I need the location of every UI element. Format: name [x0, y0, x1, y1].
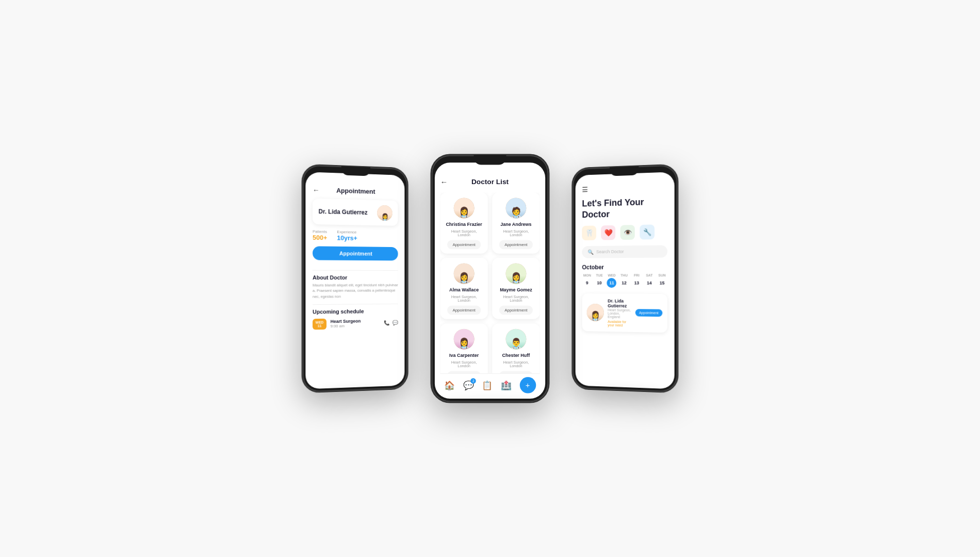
doctor-spec-1: Heart Surgeon, London [445, 229, 484, 237]
phone-screen-1: ← Appointment Dr. Lida Gutierrez 👩‍⚕️ Pa… [305, 172, 404, 389]
doctor-card: Dr. Lida Gutierrez 👩‍⚕️ [313, 199, 398, 226]
cal-day-mon[interactable]: MON 9 [582, 273, 592, 287]
medical-nav-icon[interactable]: 🏥 [501, 380, 512, 390]
doctor-name-3: Alma Wallace [449, 287, 479, 293]
appointment-button[interactable]: Appointment [313, 246, 398, 260]
about-title: About Doctor [313, 274, 398, 281]
featured-doctor-card: 👩‍⚕️ Dr. Lida Gutierrez Heart Surgeon, L… [582, 293, 667, 333]
calendar-week: MON 9 TUE 10 WED 11 THU 12 [582, 273, 667, 288]
phones-container: ← Appointment Dr. Lida Gutierrez 👩‍⚕️ Pa… [299, 160, 681, 397]
doctor-list-title: Doctor List [471, 178, 509, 186]
doctor-card-2: 🧑‍⚕️ Jane Andrews Heart Surgeon, London … [492, 192, 540, 254]
schedule-action-icons: 📞 💬 [384, 320, 398, 326]
schedule-info: Heart Surgeon 9:00 am [331, 318, 380, 329]
cal-day-tue[interactable]: TUE 10 [594, 273, 605, 287]
doctor-avatar-4: 👩‍⚕️ [505, 264, 526, 284]
phone-icon[interactable]: 📞 [384, 320, 389, 326]
phone-notch-1 [341, 166, 370, 176]
schedule-item: WED 11 Heart Surgeon 9:00 am 📞 💬 [313, 318, 398, 330]
doctor-name-6: Chester Huff [502, 353, 530, 358]
add-nav-icon[interactable]: + [519, 377, 536, 394]
cal-label-mon: MON [583, 273, 591, 277]
doctor-avatar-5: 👩‍⚕️ [454, 329, 475, 350]
calendar-month: October [582, 264, 667, 271]
patients-stat: Patients 500+ [313, 230, 327, 241]
doctor-card-6: 👨‍⚕️ Chester Huff Heart Surgeon, London … [492, 323, 540, 373]
experience-value: 10yrs+ [337, 234, 357, 242]
search-icon: 🔍 [587, 249, 593, 254]
eye-category[interactable]: 👁️ [620, 225, 634, 240]
appointment-btn-1[interactable]: Appointment [447, 240, 481, 249]
doctor-name-5: Iva Carpenter [449, 353, 479, 358]
doctor-avatar-3: 👩‍⚕️ [454, 264, 475, 284]
featured-appointment-btn[interactable]: Appointment [635, 309, 662, 317]
phone-find-doctor: ☰ Let's Find Your Doctor 🦷 ❤️ 👁️ 🔧 🔍 Sea… [571, 163, 678, 393]
doctor-spec-5: Heart Surgeon, London [445, 361, 484, 368]
phone-screen-3: ☰ Let's Find Your Doctor 🦷 ❤️ 👁️ 🔧 🔍 Sea… [576, 172, 675, 389]
other-category[interactable]: 🔧 [640, 224, 655, 239]
search-placeholder-text: Search Doctor [596, 249, 624, 254]
list-nav-icon[interactable]: 📋 [482, 380, 493, 390]
patients-value: 500+ [313, 234, 327, 241]
search-bar[interactable]: 🔍 Search Doctor [582, 245, 667, 258]
cal-label-sun: SUN [658, 273, 665, 277]
appointment-btn-4[interactable]: Appointment [499, 306, 533, 315]
appointment-btn-3[interactable]: Appointment [447, 306, 481, 315]
home-nav-icon[interactable]: 🏠 [444, 380, 455, 390]
cal-label-sat: SAT [646, 273, 652, 277]
doctor-spec-3: Heart Surgeon, London [445, 295, 484, 303]
doctor-card-4: 👩‍⚕️ Mayme Gomez Heart Surgeon, London A… [492, 258, 540, 319]
schedule-time: 9:00 am [331, 323, 380, 329]
heading-line1: Let's Find Your [582, 197, 644, 208]
doctor-stats: Patients 500+ Experience 10yrs+ [313, 230, 398, 242]
doctor-list-screen: ← Doctor List 👩‍⚕️ Christina Frazier Hea… [435, 162, 545, 399]
cal-day-sat[interactable]: SAT 14 [644, 273, 655, 288]
cardio-category[interactable]: ❤️ [601, 225, 615, 240]
cal-num-tue: 10 [595, 278, 604, 288]
doctor-list-back-icon[interactable]: ← [440, 177, 448, 186]
doctor-spec-4: Heart Surgeon, London [497, 295, 536, 303]
doctor-avatar-2: 🧑‍⚕️ [505, 198, 526, 219]
cal-num-fri: 13 [632, 278, 642, 288]
divider-1 [313, 270, 398, 271]
cal-label-thu: THU [620, 273, 628, 277]
featured-doctor-name: Dr. Lida Gutierrez [608, 299, 631, 308]
schedule-day: WED [315, 320, 324, 324]
cal-num-thu: 12 [619, 278, 629, 288]
appointment-screen: ← Appointment Dr. Lida Gutierrez 👩‍⚕️ Pa… [305, 172, 404, 389]
doctor-spec-2: Heart Surgeon, London [497, 229, 536, 237]
category-icons: 🦷 ❤️ 👁️ 🔧 [582, 224, 667, 240]
dental-category[interactable]: 🦷 [582, 225, 596, 240]
filter-icon[interactable]: ☰ [582, 183, 667, 193]
cal-label-tue: TUE [596, 273, 603, 277]
cal-num-mon: 9 [582, 278, 592, 288]
cal-day-thu[interactable]: THU 12 [619, 273, 629, 288]
day-badge: WED 11 [313, 318, 326, 330]
experience-stat: Experience 10yrs+ [337, 230, 357, 241]
doctor-card-1: 👩‍⚕️ Christina Frazier Heart Surgeon, Lo… [440, 192, 487, 254]
doctor-name: Dr. Lida Gutierrez [319, 208, 368, 216]
appointment-btn-2[interactable]: Appointment [499, 240, 533, 249]
doctor-list-header: ← Doctor List [440, 178, 540, 186]
chat-nav-icon[interactable]: 💬 2 [463, 380, 474, 390]
cal-day-wed[interactable]: WED 11 [607, 273, 617, 287]
cal-num-wed: 11 [607, 278, 617, 288]
bottom-nav: 🏠 💬 2 📋 🏥 + [440, 373, 540, 395]
doctor-name-2: Jane Andrews [500, 222, 531, 227]
doctor-name-4: Mayme Gomez [500, 287, 532, 293]
message-icon[interactable]: 💬 [393, 320, 398, 325]
cal-day-fri[interactable]: FRI 13 [631, 273, 642, 288]
doctor-spec-6: Heart Surgeon, London [497, 361, 536, 368]
cal-num-sun: 15 [657, 278, 667, 288]
cal-day-sun[interactable]: SUN 15 [657, 273, 667, 288]
doctor-card-3: 👩‍⚕️ Alma Wallace Heart Surgeon, London … [440, 258, 487, 319]
back-icon[interactable]: ← [313, 186, 320, 194]
about-section: About Doctor Mauris blandit aliquet elit… [313, 274, 398, 299]
doctor-avatar-1: 👩‍⚕️ [454, 198, 475, 219]
schedule-date: 11 [315, 324, 324, 327]
find-doctor-screen: ☰ Let's Find Your Doctor 🦷 ❤️ 👁️ 🔧 🔍 Sea… [576, 172, 675, 389]
appointment-title: Appointment [336, 187, 375, 195]
divider-2 [313, 303, 398, 304]
phone-screen-2: ← Doctor List 👩‍⚕️ Christina Frazier Hea… [435, 162, 545, 399]
cal-num-sat: 14 [644, 278, 654, 288]
